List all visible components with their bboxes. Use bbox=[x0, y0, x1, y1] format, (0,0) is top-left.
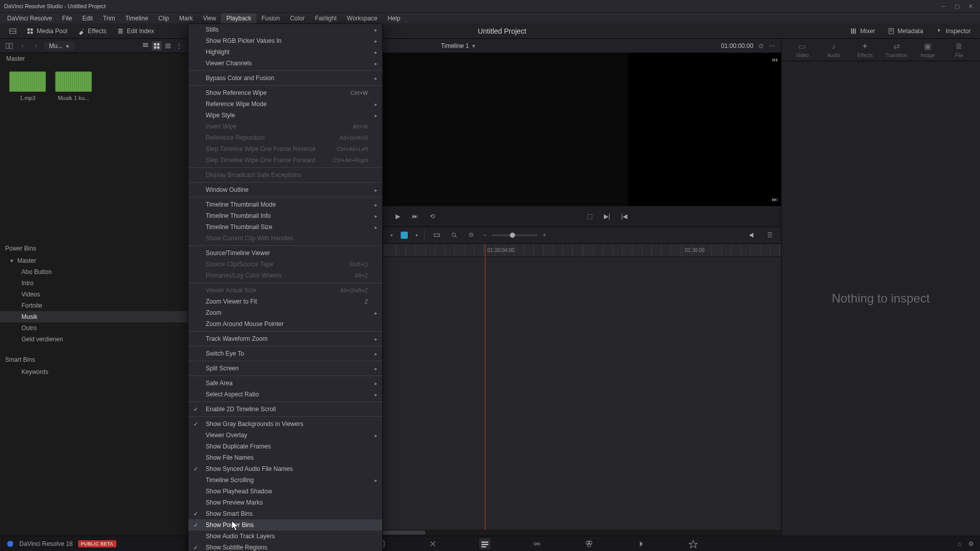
smart-bin-keywords[interactable]: Keywords bbox=[0, 366, 188, 378]
bin-musik[interactable]: Musik bbox=[0, 311, 188, 322]
zoom-full-button[interactable] bbox=[431, 229, 443, 241]
menu-item-highlight[interactable]: Highlight▸ bbox=[188, 46, 382, 58]
metadata-button[interactable]: Metadata bbox=[883, 26, 928, 37]
menu-item-split-screen[interactable]: Split Screen▸ bbox=[188, 363, 382, 374]
menu-item-source-timeline-viewer[interactable]: Source/Timeline Viewer bbox=[188, 247, 382, 259]
power-bin-master[interactable]: ▾Master bbox=[0, 255, 188, 266]
menu-timeline[interactable]: Timeline bbox=[120, 13, 153, 23]
ruler-tick[interactable]: 01:00:06 bbox=[682, 244, 781, 257]
bin-videos[interactable]: Videos bbox=[0, 289, 188, 300]
menu-item-select-aspect-ratio[interactable]: Select Aspect Ratio▸ bbox=[188, 389, 382, 400]
menu-trim[interactable]: Trim bbox=[98, 13, 120, 23]
menu-item-show-power-bins[interactable]: ✓Show Power Bins bbox=[188, 519, 382, 531]
inspector-tab-video[interactable]: ▭Video bbox=[788, 41, 817, 58]
maximize-button[interactable]: ▢ bbox=[951, 2, 963, 11]
menu-item-show-smart-bins[interactable]: ✓Show Smart Bins bbox=[188, 508, 382, 519]
loop-button[interactable]: ⟲ bbox=[427, 211, 437, 221]
menu-item-zoom-around-mouse-pointer[interactable]: Zoom Around Mouse Pointer bbox=[188, 318, 382, 330]
menu-item-safe-area[interactable]: Safe Area▸ bbox=[188, 378, 382, 389]
menu-mark[interactable]: Mark bbox=[174, 13, 198, 23]
edit-index-button[interactable]: Edit Index bbox=[112, 26, 159, 37]
view-thumb-icon[interactable] bbox=[152, 41, 162, 51]
menu-file[interactable]: File bbox=[57, 13, 77, 23]
page-edit[interactable] bbox=[479, 538, 491, 549]
go-last-icon[interactable]: ⏭ bbox=[772, 196, 778, 203]
bin-fortnite[interactable]: Fortnite bbox=[0, 300, 188, 311]
menu-item-show-reference-wipe[interactable]: Show Reference WipeCtrl+W bbox=[188, 87, 382, 98]
menu-item-show-subtitle-regions[interactable]: ✓Show Subtitle Regions bbox=[188, 542, 382, 551]
menu-item-track-waveform-zoom[interactable]: Track Waveform Zoom▸ bbox=[188, 333, 382, 344]
menu-item-show-audio-track-layers[interactable]: Show Audio Track Layers bbox=[188, 531, 382, 542]
zoom-custom-button[interactable] bbox=[465, 229, 478, 241]
menu-item-timeline-thumbnail-size[interactable]: Timeline Thumbnail Size▸ bbox=[188, 221, 382, 233]
minimize-button[interactable]: ─ bbox=[938, 2, 949, 11]
view-metadata-icon[interactable] bbox=[140, 41, 151, 51]
menu-item-show-duplicate-frames[interactable]: Show Duplicate Frames bbox=[188, 441, 382, 452]
timeline-options-icon[interactable]: ☰ bbox=[764, 229, 776, 241]
inspector-tab-effects[interactable]: ✦Effects bbox=[850, 41, 880, 58]
mixer-button[interactable]: Mixer bbox=[845, 26, 880, 37]
menu-help[interactable]: Help bbox=[382, 13, 405, 23]
play-button[interactable]: ▶ bbox=[393, 211, 403, 221]
menu-item-show-preview-marks[interactable]: Show Preview Marks bbox=[188, 497, 382, 508]
menu-item-show-rgb-picker-values-in[interactable]: Show RGB Picker Values In▸ bbox=[188, 35, 382, 46]
effects-button[interactable]: Effects bbox=[72, 26, 111, 37]
last-frame-button[interactable]: ▶| bbox=[602, 211, 612, 221]
inspector-tab-file[interactable]: 🗎File bbox=[944, 42, 974, 58]
ruler-tick[interactable] bbox=[386, 244, 485, 257]
menu-edit[interactable]: Edit bbox=[77, 13, 98, 23]
panel-layout-icon[interactable] bbox=[4, 41, 14, 51]
inspector-button[interactable]: Inspector bbox=[930, 26, 976, 37]
home-icon[interactable]: ⌂ bbox=[958, 540, 961, 547]
marker-button[interactable] bbox=[398, 229, 410, 241]
first-frame-button[interactable]: |◀ bbox=[619, 211, 629, 221]
menu-item-enable-2d-timeline-scroll[interactable]: ✓Enable 2D Timeline Scroll bbox=[188, 404, 382, 415]
inspector-tab-image[interactable]: ▣Image bbox=[913, 41, 943, 58]
clip-thumb[interactable]: 1.mp3 bbox=[9, 71, 46, 101]
menu-item-switch-eye-to[interactable]: Switch Eye To▸ bbox=[188, 348, 382, 359]
timeline-name[interactable]: Timeline 1 ▾ bbox=[441, 42, 475, 49]
page-fusion[interactable] bbox=[531, 538, 543, 549]
menu-item-bypass-color-and-fusion[interactable]: Bypass Color and Fusion▸ bbox=[188, 72, 382, 84]
menu-fairlight[interactable]: Fairlight bbox=[310, 13, 342, 23]
menu-item-zoom[interactable]: Zoom▸ bbox=[188, 307, 382, 318]
media-pool-button[interactable]: Media Pool bbox=[21, 26, 72, 37]
timecode[interactable]: 01:00:00:00 bbox=[721, 42, 753, 49]
go-first-icon[interactable]: ⏮ bbox=[772, 56, 778, 63]
ruler-tick[interactable] bbox=[583, 244, 682, 257]
menu-item-show-synced-audio-file-names[interactable]: ✓Show Synced Audio File Names bbox=[188, 463, 382, 474]
menu-item-reference-wipe-mode[interactable]: Reference Wipe Mode▸ bbox=[188, 98, 382, 110]
menu-item-show-file-names[interactable]: Show File Names bbox=[188, 452, 382, 463]
page-deliver[interactable] bbox=[688, 538, 699, 549]
viewer-options-icon[interactable]: ⊙ bbox=[758, 42, 764, 49]
ruler-tick[interactable]: 01:00:04:00 bbox=[485, 244, 583, 257]
clip-thumb[interactable]: Musik 1 ku... bbox=[55, 71, 92, 101]
media-tab[interactable]: Mu...● bbox=[44, 41, 75, 51]
close-button[interactable]: ✕ bbox=[965, 2, 976, 11]
menu-item-show-gray-backgrounds-in-viewers[interactable]: ✓Show Gray Backgrounds in Viewers bbox=[188, 418, 382, 430]
viewer-more-icon[interactable]: ⋯ bbox=[769, 42, 775, 49]
zoom-detail-button[interactable] bbox=[448, 229, 460, 241]
menu-item-timeline-thumbnail-info[interactable]: Timeline Thumbnail Info▸ bbox=[188, 210, 382, 221]
menu-workspace[interactable]: Workspace bbox=[342, 13, 383, 23]
nav-back-icon[interactable]: ‹ bbox=[17, 41, 28, 51]
nav-fwd-icon[interactable]: › bbox=[31, 41, 41, 51]
bin-outro[interactable]: Outro bbox=[0, 322, 188, 334]
menu-item-wipe-style[interactable]: Wipe Style▸ bbox=[188, 110, 382, 121]
match-frame-button[interactable]: ⬚ bbox=[584, 211, 595, 221]
menu-view[interactable]: View bbox=[198, 13, 222, 23]
menu-davinci-resolve[interactable]: DaVinci Resolve bbox=[2, 13, 57, 23]
menu-item-timeline-scrolling[interactable]: Timeline Scrolling▸ bbox=[188, 474, 382, 486]
menu-color[interactable]: Color bbox=[285, 13, 310, 23]
inspector-tab-audio[interactable]: ♪Audio bbox=[819, 42, 848, 58]
settings-icon[interactable]: ⚙ bbox=[968, 540, 974, 547]
menu-item-timeline-thumbnail-mode[interactable]: Timeline Thumbnail Mode▸ bbox=[188, 199, 382, 210]
menu-item-stills[interactable]: Stills▸ bbox=[188, 24, 382, 35]
bin-abo-button[interactable]: Abo Button bbox=[0, 266, 188, 278]
menu-item-zoom-viewer-to-fit[interactable]: Zoom Viewer to FitZ bbox=[188, 296, 382, 307]
zoom-slider[interactable] bbox=[492, 234, 537, 236]
view-list-icon[interactable] bbox=[163, 41, 173, 51]
inspector-tab-transition[interactable]: ⇄Transition bbox=[881, 41, 911, 58]
menu-item-viewer-channels[interactable]: Viewer Channels▸ bbox=[188, 58, 382, 69]
volume-icon[interactable] bbox=[746, 229, 758, 241]
